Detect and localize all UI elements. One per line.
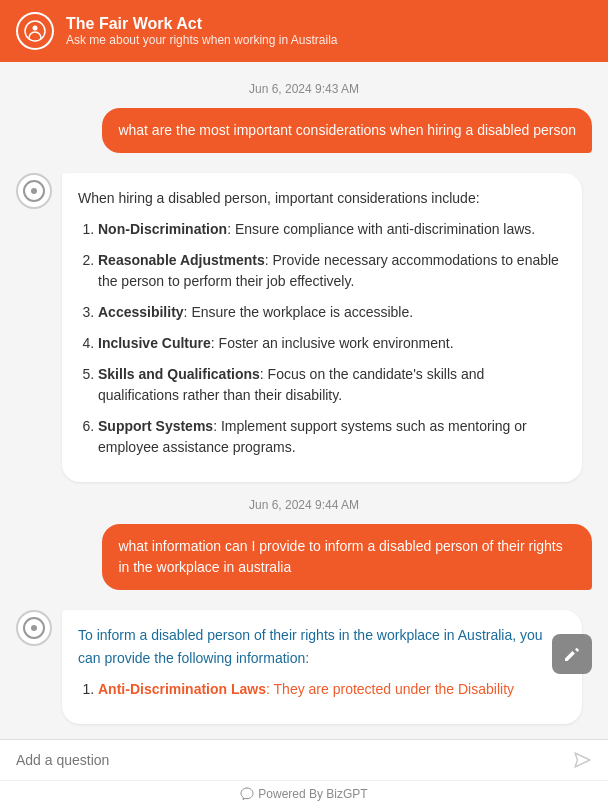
header-subtitle: Ask me about your rights when working in…	[66, 33, 337, 49]
truncated-text: : They are protected under the Disabilit…	[266, 681, 514, 697]
user-message-2-wrap: what information can I provide to inform…	[0, 520, 608, 594]
list-item-text: : Ensure the workplace is accessible.	[184, 304, 414, 320]
bot-list-1: Non-Discrimination: Ensure compliance wi…	[78, 219, 566, 458]
list-item-label: Accessibility	[98, 304, 184, 320]
list-item: Accessibility: Ensure the workplace is a…	[98, 302, 566, 323]
footer-text: Powered By BizGPT	[258, 787, 367, 801]
list-item: Non-Discrimination: Ensure compliance wi…	[98, 219, 566, 240]
bot-avatar-dot	[31, 188, 37, 194]
bot-bubble-2: To inform a disabled person of their rig…	[62, 610, 582, 724]
list-item-label: Inclusive Culture	[98, 335, 211, 351]
bot-avatar-1	[16, 173, 52, 209]
bot-bubble-1: When hiring a disabled person, important…	[62, 173, 582, 482]
app-header: The Fair Work Act Ask me about your righ…	[0, 0, 608, 62]
edit-icon	[563, 645, 581, 663]
svg-point-0	[25, 21, 45, 41]
list-item-partial: Anti-Discrimination Laws: They are prote…	[98, 679, 566, 700]
list-item-label: Support Systems	[98, 418, 213, 434]
truncated-label: Anti-Discrimination Laws	[98, 681, 266, 697]
bot-avatar-ring-2	[23, 617, 45, 639]
chat-area: Jun 6, 2024 9:43 AM what are the most im…	[0, 62, 608, 739]
list-item-text: : Ensure compliance with anti-discrimina…	[227, 221, 535, 237]
user-message-2: what information can I provide to inform…	[102, 524, 592, 590]
input-row	[16, 750, 592, 770]
header-title: The Fair Work Act	[66, 14, 337, 33]
bot-message-2-wrap: To inform a disabled person of their rig…	[0, 602, 608, 732]
bot-avatar-dot-2	[31, 625, 37, 631]
bot-avatar-ring	[23, 180, 45, 202]
list-item-text: : Foster an inclusive work environment.	[211, 335, 454, 351]
app-logo	[16, 12, 54, 50]
user-message-1: what are the most important consideratio…	[102, 108, 592, 153]
list-item: Support Systems: Implement support syste…	[98, 416, 566, 458]
footer-icon	[240, 787, 254, 801]
list-item-label: Non-Discrimination	[98, 221, 227, 237]
input-area	[0, 739, 608, 780]
timestamp-1: Jun 6, 2024 9:43 AM	[0, 82, 608, 96]
list-item: Reasonable Adjustments: Provide necessar…	[98, 250, 566, 292]
footer: Powered By BizGPT	[0, 780, 608, 807]
bot-intro-1: When hiring a disabled person, important…	[78, 187, 566, 209]
svg-point-1	[33, 26, 38, 31]
send-icon	[572, 750, 592, 770]
question-input[interactable]	[16, 752, 564, 768]
user-message-1-wrap: what are the most important consideratio…	[0, 104, 608, 157]
bot-message-1-wrap: When hiring a disabled person, important…	[0, 165, 608, 490]
send-button[interactable]	[572, 750, 592, 770]
list-item-label: Reasonable Adjustments	[98, 252, 265, 268]
edit-fab-button[interactable]	[552, 634, 592, 674]
bot-intro-2: To inform a disabled person of their rig…	[78, 624, 566, 669]
list-item: Inclusive Culture: Foster an inclusive w…	[98, 333, 566, 354]
list-item: Skills and Qualifications: Focus on the …	[98, 364, 566, 406]
list-item-label: Skills and Qualifications	[98, 366, 260, 382]
bot-partial-list: Anti-Discrimination Laws: They are prote…	[78, 679, 566, 700]
timestamp-2: Jun 6, 2024 9:44 AM	[0, 498, 608, 512]
bot-avatar-2	[16, 610, 52, 646]
logo-inner	[18, 14, 52, 48]
header-text-block: The Fair Work Act Ask me about your righ…	[66, 14, 337, 49]
